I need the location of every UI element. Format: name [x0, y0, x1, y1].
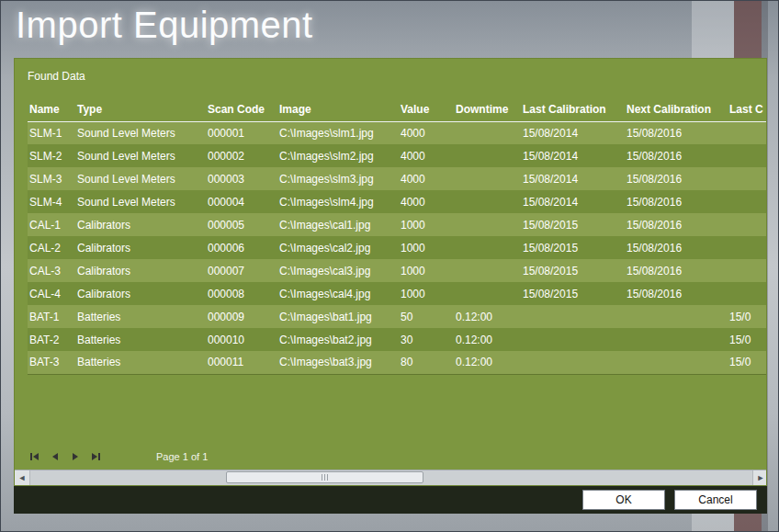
table-row[interactable]: CAL-2Calibrators000006C:\Images\cal2.jpg…	[28, 236, 767, 259]
cell-image: C:\Images\bat3.jpg	[277, 351, 399, 374]
cell-last-calibration: 15/08/2014	[521, 121, 625, 144]
cell-last-calibration: 15/08/2014	[521, 167, 625, 190]
table-row[interactable]: CAL-3Calibrators000007C:\Images\cal3.jpg…	[28, 259, 767, 282]
cell-downtime	[454, 259, 521, 282]
cell-value: 4000	[399, 144, 454, 167]
column-header-value[interactable]: Value	[399, 99, 454, 121]
cell-next-calibration: 15/08/2016	[625, 236, 728, 259]
cell-value: 50	[399, 305, 454, 328]
cell-downtime	[454, 144, 521, 167]
table-row[interactable]: SLM-3Sound Level Meters000003C:\Images\s…	[28, 167, 767, 190]
column-header-image[interactable]: Image	[277, 99, 399, 121]
table-row[interactable]: SLM-4Sound Level Meters000004C:\Images\s…	[28, 190, 767, 213]
column-header-type[interactable]: Type	[75, 99, 206, 121]
cell-downtime: 0.12:00	[454, 305, 521, 328]
cell-last-calibration: 15/08/2015	[521, 213, 625, 236]
cell-image: C:\Images\cal4.jpg	[277, 282, 399, 305]
cell-value: 1000	[399, 213, 454, 236]
cell-image: C:\Images\cal2.jpg	[277, 236, 399, 259]
cell-downtime	[454, 282, 521, 305]
column-header-downtime[interactable]: Downtime	[454, 99, 521, 121]
table-row[interactable]: BAT-3Batteries000011C:\Images\bat3.jpg80…	[28, 351, 767, 374]
first-page-icon	[29, 452, 40, 461]
cell-type: Calibrators	[75, 236, 206, 259]
cell-next-calibration: 15/08/2016	[625, 144, 728, 167]
cell-type: Calibrators	[75, 282, 206, 305]
column-header-name[interactable]: Name	[28, 99, 75, 121]
cell-downtime	[454, 121, 521, 144]
cell-next-calibration: 15/08/2016	[625, 190, 728, 213]
pager: Page 1 of 1	[28, 450, 208, 463]
cell-name: BAT-2	[28, 328, 75, 351]
cell-downtime	[454, 167, 521, 190]
ok-button[interactable]: OK	[582, 490, 665, 510]
table-row[interactable]: CAL-4Calibrators000008C:\Images\cal4.jpg…	[28, 282, 767, 305]
cell-name: BAT-1	[28, 305, 75, 328]
import-equipment-dialog: Import Equipment Found Data Name Type Sc…	[0, 0, 779, 532]
column-header-last-calibration[interactable]: Last Calibration	[521, 99, 625, 121]
found-data-panel: Found Data Name Type Scan Code Image Val…	[14, 58, 767, 486]
cell-last-calibration	[521, 328, 625, 351]
cell-image: C:\Images\cal1.jpg	[277, 213, 399, 236]
cell-type: Sound Level Meters	[75, 121, 206, 144]
cell-last-c: 15/0	[728, 328, 767, 351]
column-header-last-c[interactable]: Last C	[728, 99, 767, 121]
table-row[interactable]: CAL-1Calibrators000005C:\Images\cal1.jpg…	[28, 213, 767, 236]
table-row[interactable]: BAT-1Batteries000009C:\Images\bat1.jpg50…	[28, 305, 767, 328]
cell-last-calibration: 15/08/2014	[521, 190, 625, 213]
cell-value: 1000	[399, 259, 454, 282]
table-row[interactable]: BAT-2Batteries000010C:\Images\bat2.jpg30…	[28, 328, 767, 351]
previous-page-button[interactable]	[48, 450, 62, 463]
column-header-scan-code[interactable]: Scan Code	[206, 99, 277, 121]
cell-name: CAL-4	[28, 282, 75, 305]
cell-last-c	[728, 190, 767, 213]
equipment-table: Name Type Scan Code Image Value Downtime…	[28, 99, 767, 375]
cell-name: CAL-3	[28, 259, 75, 282]
scroll-thumb[interactable]	[226, 471, 423, 483]
next-page-button[interactable]	[68, 450, 83, 463]
cell-scan-code: 000008	[206, 282, 277, 305]
cell-downtime	[454, 190, 521, 213]
cell-type: Sound Level Meters	[75, 144, 206, 167]
cell-value: 4000	[399, 167, 454, 190]
cell-name: CAL-2	[28, 236, 75, 259]
cell-image: C:\Images\slm1.jpg	[277, 121, 399, 144]
scroll-right-arrow[interactable]: ►	[752, 470, 767, 485]
horizontal-scrollbar[interactable]: ◄ ►	[15, 470, 767, 485]
cell-downtime	[454, 236, 521, 259]
cancel-button[interactable]: Cancel	[674, 490, 757, 510]
cell-downtime	[454, 213, 521, 236]
cell-last-calibration: 15/08/2014	[521, 144, 625, 167]
cell-last-c	[728, 121, 767, 144]
cell-scan-code: 000003	[206, 167, 277, 190]
equipment-grid: Name Type Scan Code Image Value Downtime…	[15, 99, 767, 375]
cell-type: Sound Level Meters	[75, 167, 206, 190]
cell-value: 30	[399, 328, 454, 351]
cell-last-c	[728, 259, 767, 282]
cell-downtime: 0.12:00	[454, 328, 521, 351]
last-page-button[interactable]	[88, 450, 103, 463]
first-page-button[interactable]	[28, 450, 42, 463]
footer-bar: OK Cancel	[14, 486, 767, 514]
cell-name: SLM-3	[28, 167, 75, 190]
cell-type: Calibrators	[75, 213, 206, 236]
cell-name: SLM-1	[28, 121, 75, 144]
column-header-next-calibration[interactable]: Next Calibration	[625, 99, 728, 121]
cell-last-calibration: 15/08/2015	[521, 259, 625, 282]
cell-scan-code: 000009	[206, 305, 277, 328]
cell-next-calibration	[625, 328, 728, 351]
cell-image: C:\Images\slm3.jpg	[277, 167, 399, 190]
cell-next-calibration: 15/08/2016	[625, 167, 728, 190]
cell-last-c	[728, 282, 767, 305]
cell-scan-code: 000002	[206, 144, 277, 167]
table-row[interactable]: SLM-2Sound Level Meters000002C:\Images\s…	[28, 144, 767, 167]
cell-type: Sound Level Meters	[75, 190, 206, 213]
previous-page-icon	[51, 452, 60, 461]
cell-scan-code: 000005	[206, 213, 277, 236]
cell-image: C:\Images\cal3.jpg	[277, 259, 399, 282]
table-row[interactable]: SLM-1Sound Level Meters000001C:\Images\s…	[28, 121, 767, 144]
cell-next-calibration: 15/08/2016	[625, 259, 728, 282]
cell-last-c	[728, 167, 767, 190]
cell-type: Calibrators	[75, 259, 206, 282]
scroll-left-arrow[interactable]: ◄	[15, 470, 30, 485]
